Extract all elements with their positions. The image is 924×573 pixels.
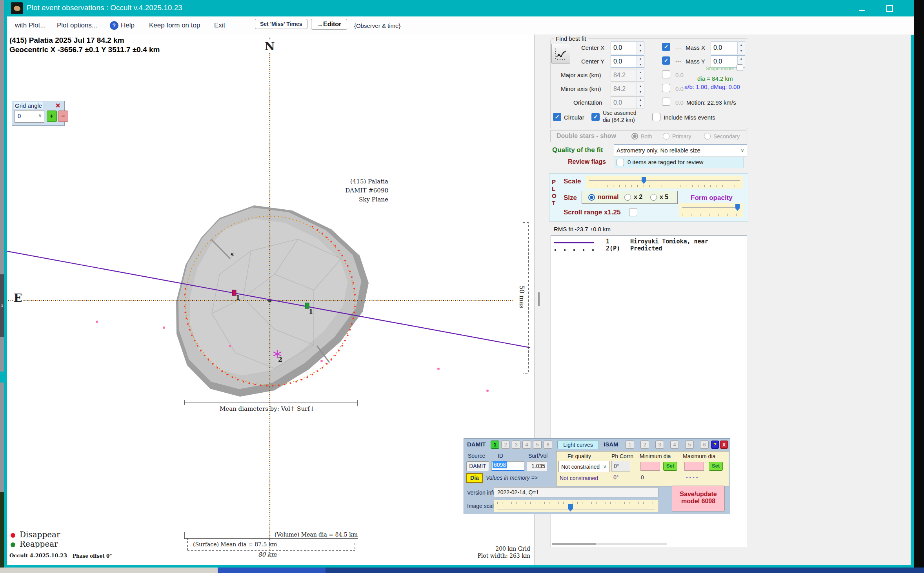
minimize-button[interactable]	[850, 0, 874, 16]
center-y-arrows[interactable]: ▲▼	[637, 56, 644, 67]
menu-with-plot[interactable]: with Plot...	[15, 22, 45, 29]
menu-keep-on-top[interactable]: Keep form on top	[149, 22, 200, 29]
scale-80km-label: 80 km	[257, 551, 278, 558]
scroll-range-checkbox[interactable]	[629, 208, 637, 216]
legend-hscrollbar[interactable]	[552, 543, 667, 545]
grid-angle-label: Grid angle	[14, 102, 43, 109]
damit-model-4-button[interactable]: 4	[522, 441, 531, 449]
center-y-spinner[interactable]: 0.0 ▲▼	[611, 55, 644, 68]
image-scale-thumb[interactable]	[568, 504, 573, 511]
col-id: ID	[498, 453, 503, 459]
include-miss-checkbox[interactable]	[652, 113, 660, 121]
grid-angle-minus-button[interactable]: −	[58, 111, 68, 122]
best-fit-run-button[interactable]	[551, 44, 570, 63]
col-ph-corrn: Ph Corrn	[611, 453, 633, 459]
col-max-dia: Maximum dia	[683, 453, 715, 459]
center-x-arrows[interactable]: ▲▼	[637, 42, 644, 54]
isam-model-1-button[interactable]: 1	[626, 441, 634, 449]
max-dia-field[interactable]	[684, 462, 704, 471]
mass-x-arrows[interactable]: ▲▼	[737, 42, 745, 54]
mass-y-value: 0.0	[711, 58, 737, 65]
editor-button[interactable]: →Editor	[311, 19, 347, 30]
set-miss-times-button[interactable]: Set 'Miss' Times	[255, 19, 307, 29]
min-dia-set-button[interactable]: Set	[663, 462, 677, 471]
desktop-right-strip	[914, 0, 924, 568]
splitter-handle[interactable]	[538, 292, 540, 306]
desktop-left-frag2	[0, 372, 4, 383]
form-opacity-thumb[interactable]	[735, 204, 740, 211]
damit-id-field[interactable]: 6098	[491, 461, 524, 471]
damit-model-6-button[interactable]: 6	[544, 441, 552, 449]
fit-quality-dropdown[interactable]: Not constrained ∨	[558, 461, 609, 472]
center-x-checkbox[interactable]: ✓	[662, 43, 670, 51]
menu-help[interactable]: Help	[121, 22, 135, 29]
plot-letter-o: O	[552, 192, 557, 199]
observer-time-label[interactable]: {Observer & time}	[354, 22, 400, 29]
isam-model-4-button[interactable]: 4	[670, 441, 679, 449]
size-radio-group: normal x 2 x 5	[582, 191, 678, 204]
isam-model-5-button[interactable]: 5	[685, 441, 694, 449]
minor-axis-checkbox[interactable]	[662, 84, 670, 92]
circular-checkbox[interactable]: ✓	[553, 113, 561, 121]
mass-x-value: 0.0	[711, 44, 737, 51]
save-update-button[interactable]: Save/update model 6098	[672, 486, 725, 511]
col-fit-quality: Fit quality	[567, 453, 591, 459]
menu-exit[interactable]: Exit	[214, 22, 225, 29]
quality-dropdown[interactable]: Astrometry only. No reliable size ∨	[614, 144, 747, 156]
app-icon-blob	[14, 6, 20, 11]
damit-help-button[interactable]: ?	[711, 441, 719, 449]
app-icon	[11, 2, 23, 14]
review-flags-checkbox[interactable]	[617, 159, 624, 166]
damit-model-5-button[interactable]: 5	[533, 441, 542, 449]
major-axis-checkbox[interactable]	[662, 70, 670, 78]
grid-angle-plus-button[interactable]: +	[47, 111, 57, 122]
size-x2-radio[interactable]	[624, 194, 631, 201]
form-opacity-slider[interactable]	[679, 203, 743, 217]
mass-x-spinner[interactable]: 0.0 ▲▼	[711, 42, 745, 54]
damit-model-3-button[interactable]: 3	[512, 441, 520, 449]
min-dia-field[interactable]	[640, 462, 660, 471]
use-assumed-label-2: dia (84.2 km)	[603, 117, 635, 123]
rms-fit-label: RMS fit -23.7 ±0.0 km	[554, 226, 611, 232]
version-info-field[interactable]: 2022-02-14, Q=1	[494, 487, 658, 497]
find-best-fit-label: Find best fit	[554, 35, 588, 42]
plot-header-2: Geocentric X -3656.7 ±0.1 Y 3511.7 ±0.4 …	[9, 45, 160, 54]
grid-angle-select[interactable]: 0 ∨	[15, 110, 44, 123]
menu-plot-options[interactable]: Plot options...	[57, 22, 97, 29]
max-dia-set-button[interactable]: Set	[709, 462, 723, 471]
isam-model-2-button[interactable]: 2	[640, 441, 649, 449]
isam-model-3-button[interactable]: 3	[655, 441, 664, 449]
use-assumed-checkbox[interactable]: ✓	[591, 113, 600, 121]
fit-quality-chevron-icon: ∨	[600, 464, 609, 470]
damit-model-2-button[interactable]: 2	[501, 441, 510, 449]
light-curves-button[interactable]: Light curves	[557, 440, 599, 449]
double-primary-radio	[663, 133, 669, 140]
dia-button[interactable]: Dia	[466, 473, 483, 483]
legend-hscroll-thumb[interactable]	[552, 543, 596, 545]
surfvol-field: 1.035	[527, 461, 547, 471]
maximize-button[interactable]	[878, 0, 901, 16]
size-normal-radio[interactable]	[588, 194, 595, 201]
center-y-checkbox[interactable]: ✓	[662, 56, 670, 65]
center-x-value: 0.0	[611, 44, 637, 51]
model-caption-line3: Sky Plane	[331, 195, 388, 204]
shape-model-checkbox[interactable]	[737, 64, 743, 71]
image-scale-slider[interactable]	[494, 500, 658, 512]
minor-axis-value: 84.2	[611, 85, 637, 92]
isam-model-6-button[interactable]: 6	[700, 441, 709, 449]
damit-source-button[interactable]: DAMIT	[466, 461, 489, 471]
damit-model-1-button[interactable]: 1	[491, 441, 499, 449]
center-x-spinner[interactable]: 0.0 ▲▼	[611, 42, 644, 54]
taskbar-strip-right	[326, 568, 924, 573]
scale-slider[interactable]	[586, 176, 743, 189]
grid-angle-close-icon[interactable]: ✕	[55, 102, 60, 109]
save-update-line2: model 6098	[672, 498, 724, 505]
damit-close-button[interactable]: X	[720, 441, 728, 449]
damit-fit-subpanel: Fit quality Ph Corrn Minimum dia Maximum…	[556, 451, 729, 486]
orientation-checkbox[interactable]	[662, 98, 670, 106]
menu-bar: with Plot... Plot options... ? Help Keep…	[7, 16, 914, 35]
col-min-dia: Minimum dia	[640, 453, 671, 459]
scale-slider-thumb[interactable]	[642, 177, 646, 184]
size-x5-radio[interactable]	[650, 194, 657, 201]
orientation-arrows: ▲▼	[637, 97, 644, 109]
